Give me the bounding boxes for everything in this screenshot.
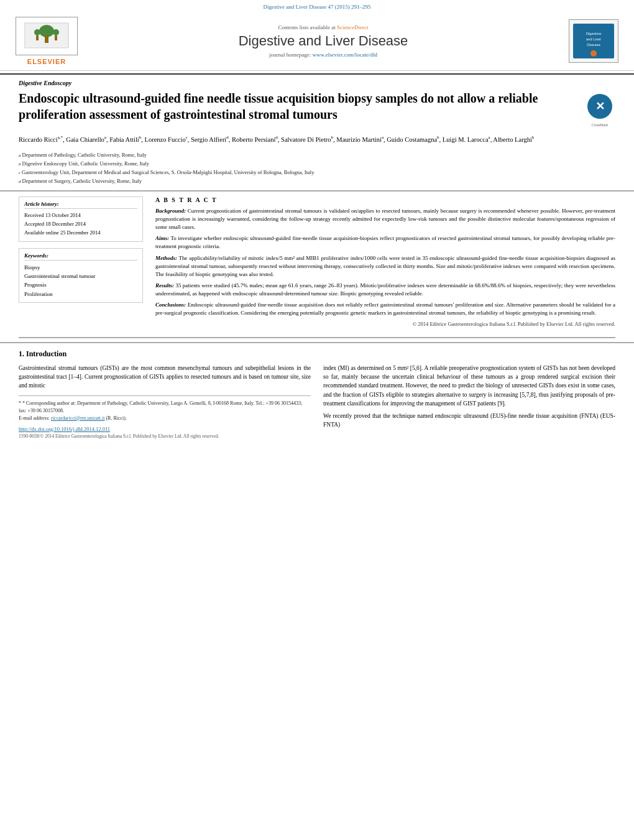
keywords-box: Keywords: Biopsy Gastrointestinal stroma… [19, 248, 143, 303]
footnote-corresponding: * * Corresponding author at: Department … [19, 400, 311, 415]
crossmark-icon: ✕ [586, 93, 614, 121]
svg-rect-4 [36, 35, 39, 40]
svg-text:✕: ✕ [595, 100, 604, 113]
section1-title: 1. Introduction [19, 349, 615, 359]
abstract-methods: Methods: The applicability/reliability o… [155, 254, 615, 279]
body-col-1: Gastrointestinal stromal tumours (GISTs)… [19, 364, 311, 439]
abstract-copyright: © 2014 Editrice Gastroenterologica Itali… [155, 321, 615, 327]
affiliation-a: a Department of Pathology, Catholic Univ… [19, 151, 615, 159]
abstract-background: Background: Current prognostication of g… [155, 207, 615, 231]
affiliation-b: b Digestive Endoscopy Unit, Catholic Uni… [19, 160, 615, 168]
intro-para-1: Gastrointestinal stromal tumours (GISTs)… [19, 364, 311, 390]
journal-logo-area: Digestive and Liver Disease [566, 19, 622, 63]
journal-title: Digestive and Liver Disease [93, 33, 553, 49]
doi-line: http://dx.doi.org/10.1016/j.dld.2014.12.… [19, 426, 311, 432]
svg-text:and Liver: and Liver [586, 37, 602, 41]
body-two-col: Gastrointestinal stromal tumours (GISTs)… [19, 364, 615, 439]
svg-text:Digestive: Digestive [586, 32, 602, 35]
svg-point-11 [590, 50, 597, 57]
affiliation-d: d Department of Surgery, Catholic Univer… [19, 177, 615, 185]
article-title-area: Endoscopic ultrasound-guided fine needle… [0, 88, 634, 132]
authors-area: Riccardo Riccia,*, Gaia Chiarelloa, Fabi… [0, 132, 634, 149]
email-link[interactable]: riccardaricci@rm.unicatt.it [51, 415, 104, 421]
elsevier-wordmark: ELSEVIER [27, 58, 66, 65]
journal-header: ELSEVIER Contents lists available at Sci… [0, 12, 634, 71]
two-col-section: Article history: Received 13 October 201… [0, 191, 634, 332]
homepage-url[interactable]: www.elsevier.com/locate/dld [313, 52, 377, 58]
abstract-results: Results: 35 patients were studied (45.7%… [155, 282, 615, 298]
elsevier-logo-area: ELSEVIER [12, 17, 81, 65]
received-row: Received 13 October 2014 [24, 211, 137, 219]
col-right-abstract: A B S T R A C T Background: Current prog… [155, 196, 615, 332]
sciencedirect-link[interactable]: ScienceDirect [337, 24, 368, 30]
crossmark-badge: ✕ CrossMark [584, 90, 615, 127]
journal-logo-graphic: Digestive and Liver Disease [572, 22, 615, 60]
keyword-biopsy: Biopsy [24, 263, 137, 272]
issn-copyright: 1590-8658/© 2014 Editrice Gastroenterolo… [19, 433, 311, 439]
main-content: 1. Introduction Gastrointestinal stromal… [0, 342, 634, 445]
col-left: Article history: Received 13 October 201… [19, 196, 143, 332]
elsevier-logo-box [16, 17, 78, 55]
svg-text:Disease: Disease [587, 43, 600, 47]
body-col-2: index (MI) as determined on 5 mm² [5,6].… [323, 364, 615, 439]
header-center: Contents lists available at ScienceDirec… [81, 24, 566, 58]
section-label: Digestive Endoscopy [0, 73, 634, 88]
abstract-section: A B S T R A C T Background: Current prog… [155, 196, 615, 327]
article-title: Endoscopic ultrasound-guided fine needle… [19, 90, 584, 122]
svg-rect-2 [45, 35, 48, 43]
keyword-gist: Gastrointestinal stromal tumour [24, 272, 137, 280]
journal-logo-box: Digestive and Liver Disease [569, 19, 618, 63]
doi-link[interactable]: http://dx.doi.org/10.1016/j.dld.2014.12.… [19, 426, 110, 432]
svg-point-5 [53, 29, 59, 35]
available-row: Available online 25 December 2014 [24, 229, 137, 237]
affiliations: a Department of Pathology, Catholic Univ… [0, 149, 634, 191]
abstract-aims: Aims: To investigate whether endoscopic … [155, 234, 615, 251]
affiliation-c: c Gastroenterology Unit, Department of M… [19, 168, 615, 177]
footnote-area: * * Corresponding author at: Department … [19, 395, 311, 439]
sciencedirect-label: Contents lists available at ScienceDirec… [93, 24, 553, 30]
intro-para-3: We recently proved that the technique na… [323, 412, 615, 430]
authors-line: Riccardo Riccia,*, Gaia Chiarelloa, Fabi… [19, 134, 615, 145]
keyword-proliferation: Proliferation [24, 290, 137, 298]
keywords-header: Keywords: [24, 252, 137, 261]
svg-point-3 [34, 29, 40, 35]
doi-top: Digestive and Liver Disease 47 (2015) 29… [264, 4, 371, 10]
abstract-conclusions: Conclusions: Endoscopic ultrasound-guide… [155, 301, 615, 317]
abstract-header: A B S T R A C T [155, 196, 615, 203]
keyword-prognosis: Prognosis [24, 280, 137, 289]
article-info-box: Article history: Received 13 October 201… [19, 196, 143, 241]
svg-rect-6 [55, 35, 57, 40]
footnote-email: E-mail address: riccardaricci@rm.unicatt… [19, 415, 311, 422]
elsevier-graphic [22, 20, 71, 51]
intro-para-2: index (MI) as determined on 5 mm² [5,6].… [323, 364, 615, 408]
article-info-header: Article history: [24, 201, 137, 209]
page: Digestive and Liver Disease 47 (2015) 29… [0, 0, 634, 840]
journal-homepage: journal homepage: www.elsevier.com/locat… [93, 52, 553, 58]
accepted-row: Accepted 18 December 2014 [24, 220, 137, 228]
